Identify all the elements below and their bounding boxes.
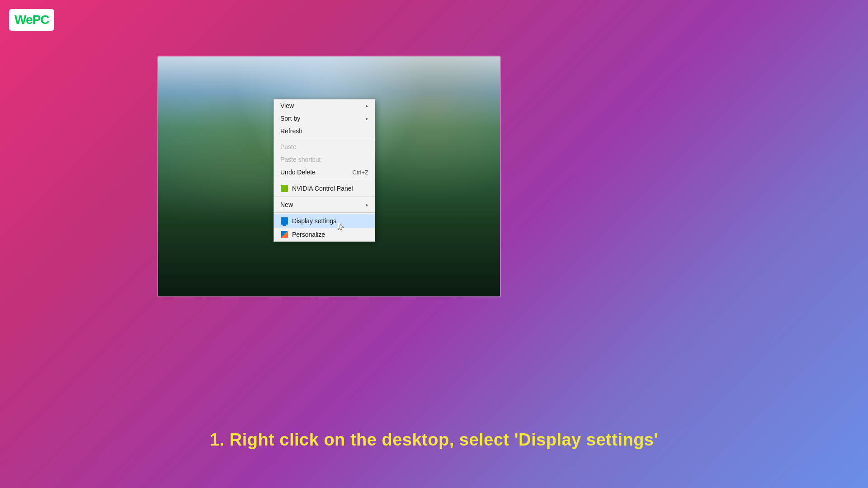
instruction-content: 1. Right click on the desktop, select 'D… [210, 430, 658, 449]
menu-item-refresh-label: Refresh [280, 127, 302, 135]
svg-marker-0 [338, 223, 344, 231]
menu-item-view-label: View [280, 102, 294, 109]
menu-item-refresh[interactable]: Refresh [274, 125, 375, 137]
menu-item-nvidia[interactable]: NVIDIA Control Panel [274, 182, 375, 195]
separator-1 [274, 139, 375, 139]
menu-item-paste-label: Paste [280, 143, 297, 150]
context-menu: View ▸ Sort by ▸ Refresh Paste Paste sho… [274, 99, 375, 242]
personalize-icon [280, 230, 288, 239]
new-arrow-icon: ▸ [366, 202, 368, 208]
menu-item-display-settings[interactable]: Display settings [274, 214, 375, 228]
display-settings-icon [280, 217, 288, 225]
menu-item-new-label: New [280, 201, 293, 208]
separator-3 [274, 197, 375, 197]
undo-delete-shortcut: Ctrl+Z [352, 169, 368, 176]
menu-item-view[interactable]: View ▸ [274, 99, 375, 112]
sort-arrow-icon: ▸ [366, 116, 368, 122]
menu-item-sort-by-label: Sort by [280, 115, 300, 122]
menu-item-undo-delete[interactable]: Undo Delete Ctrl+Z [274, 166, 375, 178]
menu-item-paste-shortcut-label: Paste shortcut [280, 156, 321, 163]
menu-item-nvidia-label: NVIDIA Control Panel [292, 185, 353, 192]
menu-item-personalize-label: Personalize [292, 231, 325, 238]
wepc-logo: WePC [9, 9, 54, 31]
menu-item-paste-shortcut: Paste shortcut [274, 153, 375, 166]
view-arrow-icon: ▸ [366, 103, 368, 109]
screenshot-frame: View ▸ Sort by ▸ Refresh Paste Paste sho… [157, 56, 501, 297]
menu-item-personalize[interactable]: Personalize [274, 228, 375, 241]
separator-4 [274, 212, 375, 213]
logo-pc: PC [33, 13, 49, 27]
nvidia-icon [280, 184, 288, 192]
mouse-cursor [338, 223, 344, 231]
menu-item-sort-by[interactable]: Sort by ▸ [274, 112, 375, 125]
menu-item-new[interactable]: New ▸ [274, 198, 375, 211]
logo-we: We [14, 13, 33, 27]
instruction-text: 1. Right click on the desktop, select 'D… [0, 430, 868, 450]
separator-2 [274, 180, 375, 180]
desktop-background: View ▸ Sort by ▸ Refresh Paste Paste sho… [158, 56, 500, 296]
menu-item-display-settings-label: Display settings [292, 217, 336, 225]
menu-item-paste: Paste [274, 141, 375, 153]
menu-item-undo-delete-label: Undo Delete [280, 169, 316, 176]
